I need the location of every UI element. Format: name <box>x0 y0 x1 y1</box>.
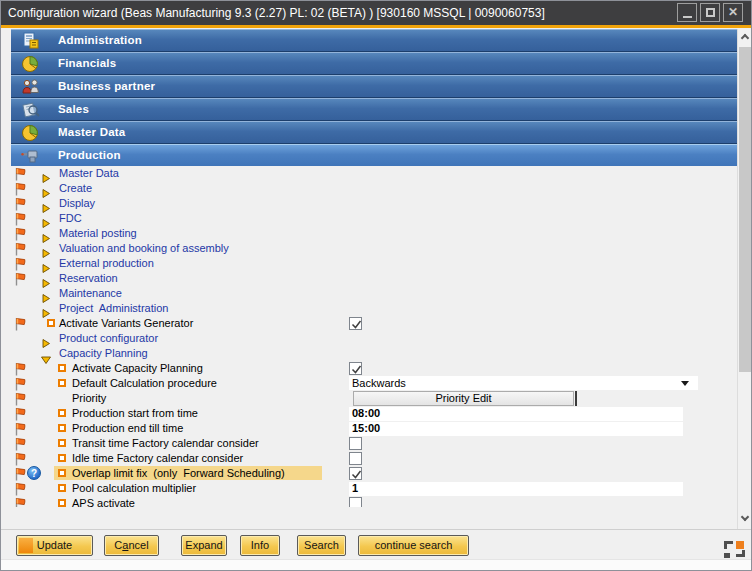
flag-icon <box>14 407 26 420</box>
cancel-button[interactable]: Cancel <box>104 535 159 556</box>
tree-item-label[interactable]: Material posting <box>59 227 137 239</box>
checkbox-checked[interactable] <box>349 317 362 330</box>
tree-item-label[interactable]: Priority <box>72 392 106 404</box>
priority-edit-button[interactable]: Priority Edit <box>353 391 574 406</box>
flag-icon <box>14 242 26 255</box>
tree-collapsed-icon[interactable] <box>42 214 50 223</box>
category-sales[interactable]: Sales <box>11 98 737 121</box>
category-business-partner[interactable]: Business partner <box>11 75 737 98</box>
tree-item-label[interactable]: Capacity Planning <box>59 347 148 359</box>
tree-row-reservation[interactable]: Reservation <box>1 271 738 286</box>
tree-row-activate-capacity-planning[interactable]: Activate Capacity Planning <box>1 361 738 376</box>
tree-row-production-start-from-time[interactable]: Production start from time08:00 <box>1 406 738 421</box>
tree-row-idle-time-factory-calendar-consider[interactable]: Idle time Factory calendar consider <box>1 451 738 466</box>
tree-row-capacity-planning[interactable]: Capacity Planning <box>1 346 738 361</box>
tree-row-valuation-and-booking-of-assembly[interactable]: Valuation and booking of assembly <box>1 241 738 256</box>
continue-search-button[interactable]: continue search <box>358 535 469 556</box>
tree-item-label[interactable]: Maintenance <box>59 287 122 299</box>
tree-item-label[interactable]: Display <box>59 197 95 209</box>
tree-item-label[interactable]: External production <box>59 257 154 269</box>
tree-row-create[interactable]: Create <box>1 181 738 196</box>
tree-row-aps-activate[interactable]: APS activate <box>1 496 738 507</box>
tree-row-product-configurator[interactable]: Product configurator <box>1 331 738 346</box>
tree-item-label[interactable]: Transit time Factory calendar consider <box>72 437 259 449</box>
tree-item-label[interactable]: Reservation <box>59 272 118 284</box>
update-button[interactable]: Update <box>16 535 93 556</box>
category-production[interactable]: Production <box>11 144 737 167</box>
search-button[interactable]: Search <box>297 535 346 556</box>
tree-item-label[interactable]: Default Calculation procedure <box>72 377 217 389</box>
tree-collapsed-icon[interactable] <box>42 169 50 178</box>
default-calculation-procedure-select[interactable]: Backwards <box>349 376 698 390</box>
tree-row-material-posting[interactable]: Material posting <box>1 226 738 241</box>
category-financials[interactable]: Financials <box>11 52 737 75</box>
checkbox-unchecked[interactable] <box>349 497 362 507</box>
scrollbar-thumb[interactable] <box>739 47 752 372</box>
tree-collapsed-icon[interactable] <box>42 304 50 313</box>
tree-item-label[interactable]: Production start from time <box>72 407 198 419</box>
flag-icon <box>14 437 26 450</box>
magnifier-icon <box>20 101 42 119</box>
default-button-marker <box>19 538 33 553</box>
tree-collapsed-icon[interactable] <box>42 289 50 298</box>
tree-collapsed-icon[interactable] <box>42 244 50 253</box>
category-administration[interactable]: Administration <box>11 29 737 52</box>
scroll-up-button[interactable] <box>738 29 752 45</box>
tree-row-priority[interactable]: PriorityPriority Edit <box>1 391 738 406</box>
tree-item-label[interactable]: Pool calculation multiplier <box>72 482 196 494</box>
vertical-scrollbar[interactable] <box>737 29 752 529</box>
pool-calculation-multiplier-input[interactable]: 1 <box>349 482 683 496</box>
tree-row-transit-time-factory-calendar-consider[interactable]: Transit time Factory calendar consider <box>1 436 738 451</box>
resize-grip-icon[interactable] <box>724 541 745 558</box>
tree-item-label[interactable]: Master Data <box>59 167 119 179</box>
tree-item-label[interactable]: Idle time Factory calendar consider <box>72 452 243 464</box>
tree-row-default-calculation-procedure[interactable]: Default Calculation procedureBackwards <box>1 376 738 391</box>
tree-item-label[interactable]: Production end till time <box>72 422 183 434</box>
tree-row-project-administration[interactable]: Project Administration <box>1 301 738 316</box>
tree-item-label[interactable]: APS activate <box>72 497 135 507</box>
help-icon[interactable]: ? <box>27 466 41 480</box>
tree-expanded-icon[interactable] <box>41 350 51 358</box>
scroll-down-button[interactable] <box>738 511 752 527</box>
tree-collapsed-icon[interactable] <box>42 199 50 208</box>
tree-row-master-data[interactable]: Master Data <box>1 166 738 181</box>
production-icon <box>20 147 42 165</box>
maximize-button[interactable] <box>700 3 720 22</box>
close-button[interactable]: ✕ <box>723 3 743 22</box>
tree-row-maintenance[interactable]: Maintenance <box>1 286 738 301</box>
tree-row-production-end-till-time[interactable]: Production end till time15:00 <box>1 421 738 436</box>
tree-collapsed-icon[interactable] <box>42 274 50 283</box>
tree-row-pool-calculation-multiplier[interactable]: Pool calculation multiplier1 <box>1 481 738 496</box>
tree-row-overlap-limit-fix-only-forward-scheduling[interactable]: ?Overlap limit fix (only Forward Schedul… <box>1 466 738 481</box>
button-label: continue search <box>375 539 453 551</box>
tree-collapsed-icon[interactable] <box>42 184 50 193</box>
production-end-till-time-input[interactable]: 15:00 <box>349 422 683 436</box>
checkbox-unchecked[interactable] <box>349 452 362 465</box>
checkbox-unchecked[interactable] <box>349 437 362 450</box>
tree-item-label[interactable]: Activate Capacity Planning <box>72 362 203 374</box>
tree-item-label[interactable]: Overlap limit fix (only Forward Scheduli… <box>72 467 285 479</box>
tree-item-label[interactable]: Project Administration <box>59 302 168 314</box>
tree-item-label[interactable]: Valuation and booking of assembly <box>59 242 229 254</box>
tree-collapsed-icon[interactable] <box>42 259 50 268</box>
tree-row-fdc[interactable]: FDC <box>1 211 738 226</box>
category-master-data[interactable]: Master Data <box>11 121 737 144</box>
category-label: Master Data <box>58 126 125 138</box>
expand-button[interactable]: Expand <box>181 535 227 556</box>
tree-item-label[interactable]: Create <box>59 182 92 194</box>
tree-row-display[interactable]: Display <box>1 196 738 211</box>
tree-item-label[interactable]: Product configurator <box>59 332 158 344</box>
tree-item-label[interactable]: Activate Variants Generator <box>59 317 193 329</box>
tree-collapsed-icon[interactable] <box>42 229 50 238</box>
tree-row-external-production[interactable]: External production <box>1 256 738 271</box>
minimize-button[interactable] <box>677 3 697 22</box>
checkbox-checked[interactable] <box>349 362 362 375</box>
tree-row-activate-variants-generator[interactable]: Activate Variants Generator <box>1 316 738 331</box>
close-icon: ✕ <box>728 4 738 21</box>
info-button[interactable]: Info <box>240 535 280 556</box>
tree-item-label[interactable]: FDC <box>59 212 82 224</box>
button-label: Search <box>304 539 339 551</box>
checkbox-checked[interactable] <box>349 467 362 480</box>
production-start-from-time-input[interactable]: 08:00 <box>349 407 683 421</box>
tree-collapsed-icon[interactable] <box>42 334 50 343</box>
